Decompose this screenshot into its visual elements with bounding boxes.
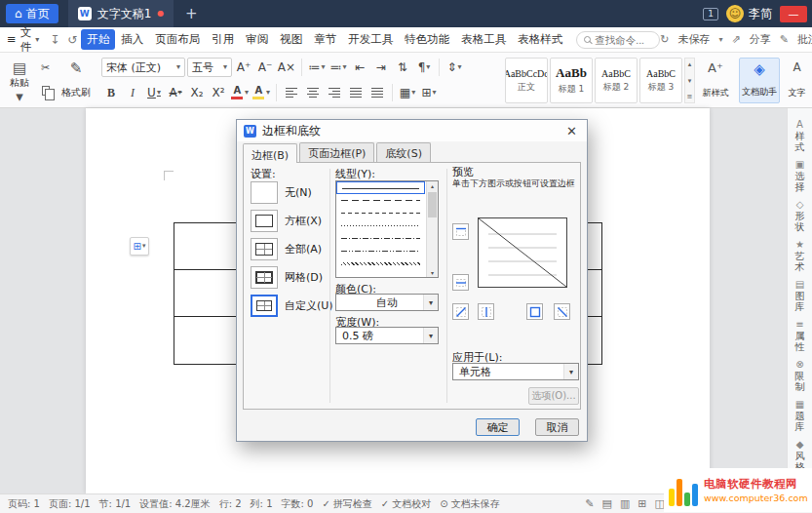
rail-item-bank[interactable]: ▦题库 [794,400,806,432]
highlight-color-button[interactable]: A ▾ [251,83,271,102]
line-style-option-dash-dot[interactable] [336,232,425,245]
save-icon[interactable]: ↧ [46,34,63,46]
rail-item-properties[interactable]: ≡属性 [794,320,806,352]
menu-item-review[interactable]: 审阅 [240,29,274,50]
font-size-select[interactable]: 五号 ▾ [187,58,232,77]
menu-item-view[interactable]: 视图 [274,29,308,50]
command-search-box[interactable] [576,31,660,49]
font-color-button[interactable]: A ▾ [230,83,250,102]
rail-item-restrict[interactable]: ⊗限制 [794,360,806,392]
comment-button[interactable]: 批注 [797,32,812,47]
line-style-option-solid[interactable] [336,181,425,194]
inner-vertical-border-button[interactable] [478,303,494,320]
line-style-option-dash-dot-dot[interactable] [336,245,425,257]
top-border-button[interactable] [452,223,469,240]
menu-item-special-features[interactable]: 特色功能 [399,29,455,50]
ink-tool-icon[interactable]: ✎ [585,498,594,509]
decrease-font-button[interactable]: A⁻ [255,58,275,77]
tab-borders[interactable]: 边框(B) [243,143,297,163]
save-state-status[interactable]: ⊙ 文档未保存 [440,497,499,511]
borders-button[interactable]: ⊞▾ [419,83,439,102]
print-layout-icon[interactable]: ▥ [620,498,630,509]
home-tab-button[interactable]: ⌂ 首页 [6,4,58,23]
paste-button[interactable]: ▤ 粘贴 ▾ [5,58,34,103]
read-layout-icon[interactable]: ▤ [602,498,612,509]
inner-horizontal-border-button[interactable] [452,274,469,291]
justify-button[interactable] [346,83,366,102]
decrease-indent-button[interactable]: ⇤ [350,58,369,77]
menu-item-insert[interactable]: 插入 [115,29,149,50]
user-avatar[interactable]: ☺ [726,5,744,22]
doc-assistant-button[interactable]: ◈ 文档助手 [739,58,780,103]
message-badge[interactable]: 1 [703,8,718,20]
tab-page-border[interactable]: 页面边框(P) [299,142,374,162]
line-style-option-dot[interactable] [336,219,425,232]
menu-item-page-layout[interactable]: 页面布局 [149,29,206,50]
gallery-more-icon[interactable]: ≡ [687,93,693,100]
color-select[interactable]: 自动 ▾ [335,294,439,311]
table-quick-options-button[interactable]: ⊞ ▾ [130,237,149,256]
rail-item-art[interactable]: ★艺术 [794,240,806,272]
numbered-list-button[interactable]: ≕▾ [329,58,348,77]
line-spacing-button[interactable]: ⇕▾ [445,58,464,77]
style-card-heading1[interactable]: AaBb 标题 1 [550,58,593,103]
menu-item-dev-tools[interactable]: 开发工具 [342,29,399,50]
menu-item-section[interactable]: 章节 [308,29,342,50]
shading-button[interactable]: ▦▾ [398,83,417,102]
italic-button[interactable]: I [123,83,142,102]
scroll-up-icon[interactable]: ▴ [427,182,438,189]
document-tab[interactable]: W 文字文稿1 ● [68,0,174,27]
line-style-option-pattern[interactable] [336,257,425,270]
bold-button[interactable]: B [101,83,121,102]
distribute-button[interactable] [367,83,387,102]
border-setting-none[interactable]: 无(N) [251,180,312,204]
chevron-down-icon[interactable]: ▾ [719,36,723,44]
search-input[interactable] [595,34,653,46]
gallery-up-icon[interactable]: ▴ [688,60,692,68]
user-name[interactable]: 李简 [749,6,772,22]
scroll-down-icon[interactable]: ▾ [427,269,438,276]
cut-button[interactable]: ✂ [37,59,54,76]
increase-font-button[interactable]: A⁺ [234,58,253,77]
rail-item-shapes[interactable]: ◇形状 [794,200,806,232]
format-painter-button[interactable]: ✎ 格式刷 [58,58,94,103]
width-select[interactable]: 0.5 磅 ▾ [335,327,439,344]
superscript-button[interactable]: X² [209,83,228,102]
share-button[interactable]: 分享 [750,32,771,47]
spellcheck-status[interactable]: ✓ 拼写检查 [322,497,371,511]
sort-button[interactable]: ⇅ [393,58,412,77]
strikethrough-button[interactable]: A▾ [166,83,185,102]
align-right-button[interactable] [325,83,344,102]
underline-button[interactable]: U▾ [144,83,164,102]
web-layout-icon[interactable]: ⊞ [638,498,646,509]
text-tool-button[interactable]: A 文字 [784,58,810,103]
menu-item-references[interactable]: 引用 [206,29,240,50]
style-card-normal[interactable]: AaBbCcDd 正文 [505,58,548,103]
rail-item-selection[interactable]: ▣选择 [794,160,806,192]
bullet-list-button[interactable]: ≔▾ [307,58,327,77]
rail-item-styles[interactable]: A样式 [794,120,806,152]
line-style-option-long-dash[interactable] [336,194,425,207]
gallery-down-icon[interactable]: ▾ [688,77,692,85]
menu-item-table-tools[interactable]: 表格工具 [455,29,512,50]
diagonal-up-border-button[interactable] [452,303,469,320]
style-card-heading2[interactable]: AaBbC 标题 2 [595,58,638,103]
clear-format-button[interactable]: A× [277,58,296,77]
scrollbar-thumb[interactable] [428,192,437,217]
paragraph-marks-button[interactable]: ¶▾ [414,58,434,77]
undo-icon[interactable]: ↺ [63,34,81,46]
line-list-scrollbar[interactable]: ▴ ▾ [426,181,438,277]
outer-border-button[interactable] [526,303,543,320]
increase-indent-button[interactable]: ⇥ [371,58,391,77]
tab-shading[interactable]: 底纹(S) [376,142,431,162]
save-status-label[interactable]: 未保存 [678,32,711,47]
cancel-button[interactable]: 取消 [535,418,579,436]
status-word-count[interactable]: 字数: 0 [282,497,314,511]
border-setting-all[interactable]: 全部(A) [251,237,322,260]
border-setting-box[interactable]: 方框(X) [251,209,322,232]
file-menu[interactable]: ≡ 文件 ▾ [0,27,46,53]
align-center-button[interactable] [303,83,323,102]
window-minimize-button[interactable]: — [780,6,807,22]
menu-item-table-style[interactable]: 表格样式 [512,29,568,50]
line-style-list[interactable]: ▴ ▾ [335,180,439,278]
